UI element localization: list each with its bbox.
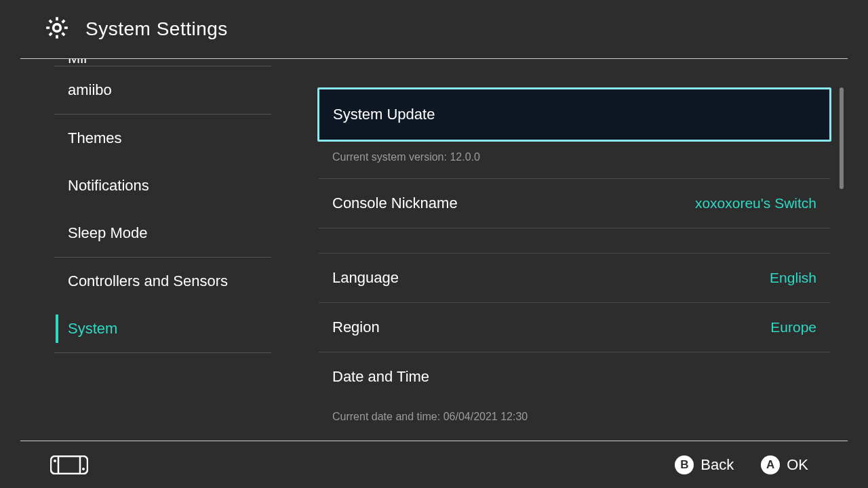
sidebar-divider — [54, 352, 271, 353]
header: System Settings — [0, 0, 868, 58]
sidebar-item-label: Controllers and Sensors — [68, 272, 228, 290]
svg-point-3 — [54, 460, 56, 462]
svg-rect-1 — [51, 456, 87, 474]
date-time-text: Current date and time: 06/04/2021 12:30 — [319, 401, 830, 438]
footer: B Back A OK — [20, 441, 848, 488]
sidebar-item-label: Mii — [68, 59, 87, 66]
scrollbar[interactable] — [840, 87, 844, 189]
row-value: Europe — [770, 319, 816, 336]
sidebar-item-label: Sleep Mode — [68, 224, 147, 242]
system-version-text: Current system version: 12.0.0 — [319, 142, 830, 178]
row-date-and-time[interactable]: Date and Time — [319, 352, 830, 401]
sidebar-item-mii[interactable]: Mii — [20, 59, 278, 66]
b-button-icon: B — [675, 455, 694, 474]
row-console-nickname[interactable]: Console Nickname xoxoxoreu's Switch — [319, 179, 830, 228]
a-button-icon: A — [761, 455, 780, 474]
row-language[interactable]: Language English — [319, 253, 830, 302]
hint-label: OK — [787, 456, 808, 474]
row-label: Language — [332, 269, 399, 287]
row-label: Console Nickname — [332, 195, 458, 212]
hint-label: Back — [701, 456, 734, 474]
row-region[interactable]: Region Europe — [319, 303, 830, 352]
row-value: English — [770, 270, 816, 286]
svg-point-0 — [54, 24, 61, 32]
svg-point-4 — [82, 468, 85, 470]
hint-ok[interactable]: A OK — [761, 455, 808, 474]
main-panel: System Update Current system version: 12… — [278, 59, 868, 441]
svg-rect-2 — [58, 456, 80, 474]
sidebar-item-themes[interactable]: Themes — [20, 115, 278, 162]
sidebar-item-controllers-and-sensors[interactable]: Controllers and Sensors — [20, 258, 278, 305]
sidebar: Mii amiibo Themes Notifications Sleep Mo… — [0, 59, 278, 441]
sidebar-item-system[interactable]: System — [20, 305, 278, 352]
row-label: Region — [332, 319, 380, 336]
sidebar-item-amiibo[interactable]: amiibo — [20, 66, 278, 114]
gear-icon — [43, 14, 71, 44]
sidebar-item-label: Themes — [68, 129, 121, 147]
sidebar-item-notifications[interactable]: Notifications — [20, 162, 278, 209]
row-value: xoxoxoreu's Switch — [695, 195, 816, 211]
sidebar-item-label: amiibo — [68, 81, 112, 99]
body: Mii amiibo Themes Notifications Sleep Mo… — [0, 59, 868, 441]
page-title: System Settings — [85, 18, 228, 40]
row-label: System Update — [333, 106, 435, 123]
controller-icon — [50, 455, 88, 474]
row-system-update[interactable]: System Update — [317, 87, 831, 142]
sidebar-item-label: System — [68, 320, 117, 338]
hint-back[interactable]: B Back — [675, 455, 734, 474]
sidebar-item-label: Notifications — [68, 177, 149, 195]
section-gap — [319, 228, 830, 253]
row-label: Date and Time — [332, 368, 429, 386]
sidebar-item-sleep-mode[interactable]: Sleep Mode — [20, 209, 278, 257]
